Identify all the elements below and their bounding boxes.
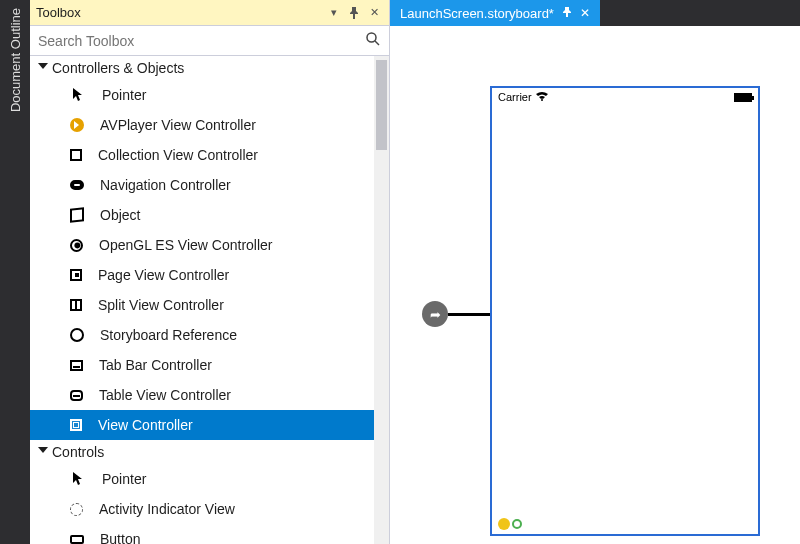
toolbox-titlebar[interactable]: Toolbox ▾ ✕	[30, 0, 389, 26]
toolbox-item-label: Collection View Controller	[98, 147, 258, 163]
toolbox-tree: Controllers & ObjectsPointerAVPlayer Vie…	[30, 56, 389, 544]
toolbox-item[interactable]: AVPlayer View Controller	[30, 110, 374, 140]
view-controller-scene[interactable]: Carrier	[490, 86, 760, 536]
dashed-icon	[70, 503, 83, 516]
scene-footer-icons	[498, 518, 522, 530]
entry-point-icon: ➦	[422, 301, 448, 327]
toolbox-item[interactable]: Pointer	[30, 464, 374, 494]
grid-icon	[70, 149, 82, 161]
toolbox-item-label: Storyboard Reference	[100, 327, 237, 343]
document-outline-label: Document Outline	[4, 0, 27, 120]
tab-label: LaunchScreen.storyboard*	[400, 6, 554, 21]
toolbox-item[interactable]: OpenGL ES View Controller	[30, 230, 374, 260]
search-icon[interactable]	[365, 31, 381, 50]
design-canvas[interactable]: ➦ Carrier	[390, 26, 800, 544]
storyboard-designer: LaunchScreen.storyboard* ✕ ➦ Carrier	[390, 0, 800, 544]
table-icon	[70, 390, 83, 401]
document-tabs: LaunchScreen.storyboard* ✕	[390, 0, 800, 26]
pointer-icon	[70, 471, 86, 487]
first-responder-icon[interactable]	[498, 518, 510, 530]
toolbox-item-label: Pointer	[102, 471, 146, 487]
page-icon	[70, 269, 82, 281]
av-icon	[70, 118, 84, 132]
toolbox-item[interactable]: Pointer	[30, 80, 374, 110]
toolbox-group[interactable]: Controllers & Objects	[30, 56, 374, 80]
svg-line-1	[375, 41, 379, 45]
toolbox-item-label: Object	[100, 207, 140, 223]
svg-point-0	[367, 33, 376, 42]
toolbox-item-label: Page View Controller	[98, 267, 229, 283]
toolbox-panel: Toolbox ▾ ✕ Controllers & ObjectsPointer…	[30, 0, 390, 544]
tab-close-icon[interactable]: ✕	[580, 6, 590, 20]
toolbox-item-label: Tab Bar Controller	[99, 357, 212, 373]
toolbox-group[interactable]: Controls	[30, 440, 374, 464]
toolbox-item[interactable]: Table View Controller	[30, 380, 374, 410]
toolbox-item[interactable]: Collection View Controller	[30, 140, 374, 170]
svg-point-2	[541, 99, 543, 101]
toolbox-item-label: Button	[100, 531, 140, 544]
toolbox-title-text: Toolbox	[36, 5, 81, 20]
toolbox-item[interactable]: Storyboard Reference	[30, 320, 374, 350]
circle-icon	[70, 328, 84, 342]
toolbox-item-label: Split View Controller	[98, 297, 224, 313]
toolbox-item[interactable]: Tab Bar Controller	[30, 350, 374, 380]
bar-icon	[70, 180, 84, 190]
exit-icon[interactable]	[512, 519, 522, 529]
tab-launchscreen[interactable]: LaunchScreen.storyboard* ✕	[390, 0, 600, 26]
search-input[interactable]	[38, 33, 365, 49]
tab-pin-icon[interactable]	[562, 7, 572, 19]
document-outline-vertical-tab[interactable]: Document Outline	[0, 0, 30, 544]
view-icon	[70, 419, 82, 431]
cube-icon	[70, 208, 84, 222]
toolbox-item[interactable]: View Controller	[30, 410, 374, 440]
toolbox-item[interactable]: Activity Indicator View	[30, 494, 374, 524]
toolbox-item[interactable]: Object	[30, 200, 374, 230]
button-icon	[70, 535, 84, 544]
toolbox-item[interactable]: Navigation Controller	[30, 170, 374, 200]
toolbox-item[interactable]: Page View Controller	[30, 260, 374, 290]
toolbox-item-label: OpenGL ES View Controller	[99, 237, 273, 253]
chevron-down-icon	[38, 63, 48, 69]
toolbox-search[interactable]	[30, 26, 389, 56]
toolbox-item-label: Activity Indicator View	[99, 501, 235, 517]
group-label: Controls	[52, 444, 104, 460]
carrier-label: Carrier	[498, 91, 532, 103]
toolbox-item-label: View Controller	[98, 417, 193, 433]
pin-icon[interactable]	[345, 4, 363, 22]
status-bar: Carrier	[492, 88, 758, 106]
close-icon[interactable]: ✕	[365, 4, 383, 22]
group-label: Controllers & Objects	[52, 60, 184, 76]
pointer-icon	[70, 87, 86, 103]
wifi-icon	[536, 91, 548, 103]
gl-icon	[70, 239, 83, 252]
toolbox-item-label: Table View Controller	[99, 387, 231, 403]
chevron-down-icon	[38, 447, 48, 453]
toolbox-item-label: AVPlayer View Controller	[100, 117, 256, 133]
battery-icon	[734, 93, 752, 102]
scrollbar-thumb[interactable]	[376, 60, 387, 150]
scrollbar[interactable]	[374, 56, 389, 544]
toolbox-item-label: Navigation Controller	[100, 177, 231, 193]
panel-options-icon[interactable]: ▾	[325, 4, 343, 22]
toolbox-item-label: Pointer	[102, 87, 146, 103]
toolbox-item[interactable]: Button	[30, 524, 374, 544]
split-icon	[70, 299, 82, 311]
tab-icon	[70, 360, 83, 371]
toolbox-item[interactable]: Split View Controller	[30, 290, 374, 320]
